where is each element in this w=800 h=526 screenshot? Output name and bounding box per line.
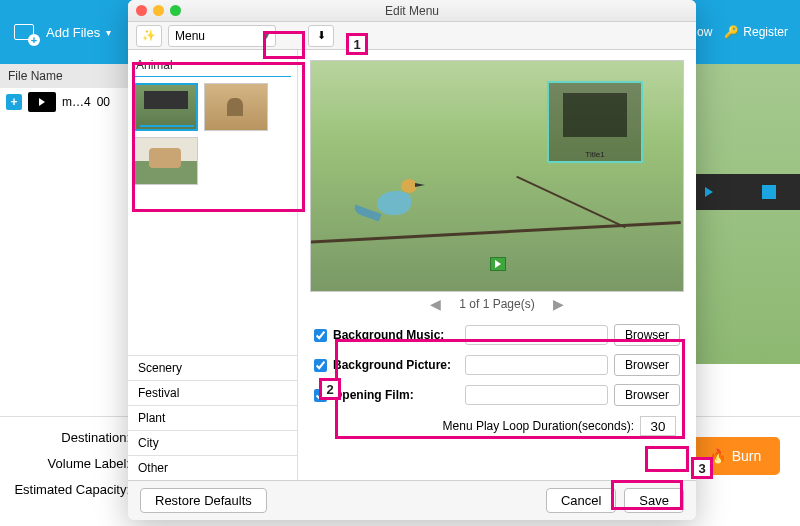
category-other[interactable]: Other [128, 455, 297, 480]
destination-label: Destination: [12, 430, 130, 445]
category-plant[interactable]: Plant [128, 405, 297, 430]
preview-controls [680, 174, 800, 210]
preview-background [680, 64, 800, 364]
play-button-icon[interactable] [490, 257, 506, 271]
save-button[interactable]: Save [624, 488, 684, 513]
category-festival[interactable]: Festival [128, 380, 297, 405]
dialog-footer: Restore Defaults Cancel Save [128, 480, 696, 520]
category-list: Scenery Festival Plant City Other [128, 355, 297, 480]
opening-film-field[interactable] [465, 385, 608, 405]
register-link[interactable]: 🔑Register [724, 25, 788, 39]
pager-label: 1 of 1 Page(s) [459, 297, 534, 311]
template-thumb-2[interactable] [204, 83, 268, 131]
file-time: 00 [97, 95, 110, 109]
bg-picture-field[interactable] [465, 355, 608, 375]
pager-prev-icon[interactable]: ◀ [430, 296, 441, 312]
add-files-button[interactable]: Add Files ▾ [12, 20, 111, 44]
category-city[interactable]: City [128, 430, 297, 455]
close-icon[interactable] [136, 5, 147, 16]
template-thumbnails-area: Animal [128, 50, 297, 355]
branch-decor-2 [516, 176, 626, 229]
magic-wand-button[interactable]: ✨ [136, 25, 162, 47]
menu-preview[interactable]: Title1 [310, 60, 684, 292]
preview-panel [680, 64, 800, 464]
loop-duration-field[interactable] [640, 416, 676, 436]
bg-music-browser-button[interactable]: Browser [614, 324, 680, 346]
menu-type-select[interactable]: Menu [168, 25, 276, 47]
template-thumb-1[interactable] [134, 83, 198, 131]
bg-music-checkbox[interactable] [314, 329, 327, 342]
loop-duration-label: Menu Play Loop Duration(seconds): [443, 419, 634, 433]
bg-music-field[interactable] [465, 325, 608, 345]
dialog-titlebar: Edit Menu [128, 0, 696, 22]
opening-film-label: Opening Film: [333, 388, 459, 402]
category-scenery[interactable]: Scenery [128, 355, 297, 380]
opening-film-browser-button[interactable]: Browser [614, 384, 680, 406]
minimize-icon[interactable] [153, 5, 164, 16]
title-slot[interactable]: Title1 [547, 81, 643, 163]
chevron-down-icon: ▾ [106, 27, 111, 38]
capacity-label: Estimated Capacity: [12, 482, 130, 497]
pager-next-icon[interactable]: ▶ [553, 296, 564, 312]
file-name: m…4 [62, 95, 91, 109]
bg-picture-checkbox[interactable] [314, 359, 327, 372]
edit-menu-dialog: Edit Menu ✨ Menu ⬇ Animal Scenery Festiv… [128, 0, 696, 520]
add-files-icon [12, 20, 40, 44]
category-current: Animal [134, 56, 291, 77]
volume-label: Volume Label: [12, 456, 130, 471]
template-sidebar: Animal Scenery Festival Plant City Other [128, 50, 298, 480]
pager: ◀ 1 of 1 Page(s) ▶ [310, 292, 684, 316]
restore-defaults-button[interactable]: Restore Defaults [140, 488, 267, 513]
edit-icon[interactable] [762, 185, 776, 199]
download-button[interactable]: ⬇ [308, 25, 334, 47]
bg-picture-label: Background Picture: [333, 358, 459, 372]
bg-music-label: Background Music: [333, 328, 459, 342]
dialog-title: Edit Menu [385, 4, 439, 18]
play-icon[interactable] [705, 187, 713, 197]
template-thumb-3[interactable] [134, 137, 198, 185]
window-controls [136, 5, 181, 16]
file-thumb [28, 92, 56, 112]
title-slot-label: Title1 [549, 150, 641, 159]
key-icon: 🔑 [724, 25, 739, 39]
cancel-button[interactable]: Cancel [546, 488, 616, 513]
bg-picture-browser-button[interactable]: Browser [614, 354, 680, 376]
preview-and-options: Title1 ◀ 1 of 1 Page(s) ▶ Background Mus… [298, 50, 696, 480]
burn-button[interactable]: Burn [690, 437, 780, 475]
plus-icon[interactable]: + [6, 94, 22, 110]
dialog-toolbar: ✨ Menu ⬇ [128, 22, 696, 50]
options-panel: Background Music: Browser Background Pic… [310, 316, 684, 446]
zoom-icon[interactable] [170, 5, 181, 16]
menu-select-label: Menu [175, 29, 205, 43]
opening-film-checkbox[interactable] [314, 389, 327, 402]
branch-decor [310, 221, 681, 244]
bird-decor [367, 171, 427, 241]
dialog-body: Animal Scenery Festival Plant City Other [128, 50, 696, 480]
add-files-label: Add Files [46, 25, 100, 40]
